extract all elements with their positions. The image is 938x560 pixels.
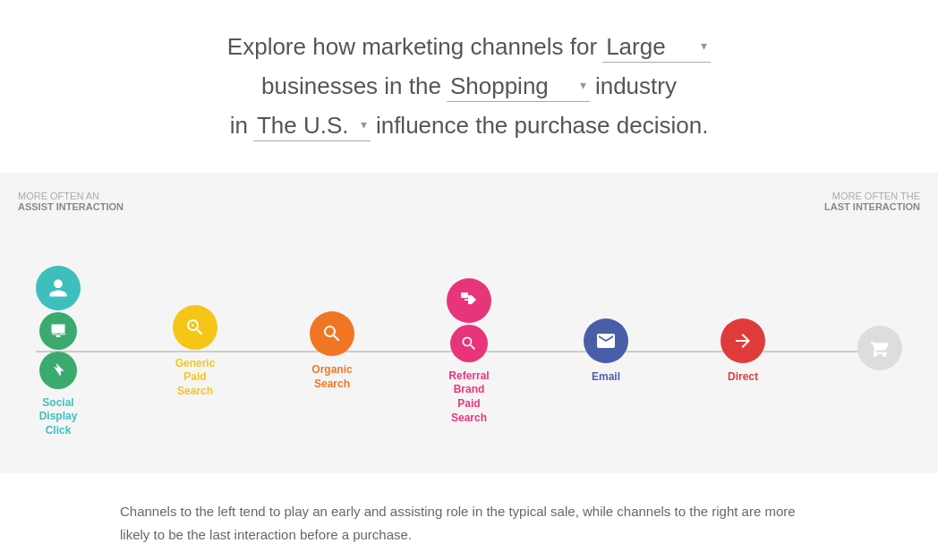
- brand-paid-circle: [450, 325, 488, 362]
- axis-labels: MORE OFTEN AN ASSIST INTERACTION MORE OF…: [18, 191, 920, 212]
- header-prefix-1: Explore how marketing channels for: [227, 27, 597, 66]
- organic-search-label: OrganicSearch: [311, 363, 352, 391]
- display-circle: [39, 312, 77, 350]
- header-prefix-3: in: [230, 106, 248, 145]
- header-suffix-2: industry: [595, 66, 677, 106]
- generic-paid-label: GenericPaidSearch: [175, 357, 216, 399]
- direct-icons: [721, 318, 765, 363]
- search-icon-generic: [184, 317, 206, 338]
- right-axis-main: MORE OFTEN THE: [824, 191, 920, 201]
- channel-referral: ReferralBrandPaidSearch: [447, 278, 491, 425]
- industry-select[interactable]: Shopping Retail Finance Technology Trave…: [447, 71, 590, 102]
- channel-cart: [857, 326, 902, 378]
- email-icons: [584, 318, 628, 363]
- industry-dropdown[interactable]: Shopping Retail Finance Technology Trave…: [447, 71, 590, 102]
- size-dropdown[interactable]: Large Medium Small ▾: [602, 31, 711, 63]
- chart-section: MORE OFTEN AN ASSIST INTERACTION MORE OF…: [0, 173, 938, 474]
- size-select[interactable]: Large Medium Small: [602, 31, 711, 63]
- social-icons: [36, 266, 81, 389]
- left-axis-sub: ASSIST INTERACTION: [18, 201, 124, 212]
- brand-paid-icon: [460, 335, 478, 352]
- region-dropdown[interactable]: The U.S. Europe Asia Global ▾: [253, 110, 371, 141]
- search-icon-organic: [321, 323, 343, 344]
- header-section: Explore how marketing channels for Large…: [0, 0, 938, 164]
- description-text: Channels to the left tend to play an ear…: [120, 500, 818, 546]
- left-axis-main: MORE OFTEN AN: [18, 191, 124, 201]
- region-select[interactable]: The U.S. Europe Asia Global: [253, 110, 371, 141]
- click-icon: [49, 361, 67, 379]
- organic-search-icons: [310, 311, 354, 356]
- referral-icons: [447, 278, 491, 362]
- direct-circle: [721, 318, 765, 363]
- referral-label: ReferralBrandPaidSearch: [448, 369, 489, 425]
- cart-circle: [857, 326, 902, 370]
- organic-search-circle: [310, 311, 354, 356]
- right-axis-label: MORE OFTEN THE LAST INTERACTION: [824, 191, 920, 212]
- generic-paid-icons: [173, 305, 217, 350]
- social-label: SocialDisplayClick: [39, 396, 78, 438]
- referral-icon: [458, 290, 480, 311]
- cart-icon: [869, 337, 891, 359]
- direct-arrow-icon: [732, 330, 754, 352]
- channel-direct: Direct: [721, 318, 765, 385]
- referral-circle: [447, 278, 491, 323]
- display-icon: [49, 322, 67, 340]
- channel-email: Email: [584, 318, 628, 385]
- header-suffix-3: influence the purchase decision.: [376, 106, 708, 145]
- description-section: Channels to the left tend to play an ear…: [84, 473, 854, 555]
- cart-icons: [857, 326, 902, 370]
- channel-social: SocialDisplayClick: [36, 266, 81, 438]
- social-circle: [36, 266, 81, 310]
- generic-paid-circle: [173, 305, 217, 350]
- click-circle: [39, 352, 77, 389]
- channel-generic-paid: GenericPaidSearch: [173, 305, 217, 399]
- header-prefix-2: businesses in the: [261, 66, 441, 106]
- email-circle: [584, 318, 628, 363]
- email-icon: [595, 330, 617, 352]
- footer-note: Large businesses > 10K ecommerce transac…: [84, 555, 854, 560]
- direct-label: Direct: [728, 370, 758, 385]
- channel-organic-search: OrganicSearch: [310, 311, 354, 391]
- person-icon: [47, 277, 69, 299]
- left-axis-label: MORE OFTEN AN ASSIST INTERACTION: [18, 191, 124, 212]
- svg-rect-0: [461, 293, 468, 298]
- right-axis-sub: LAST INTERACTION: [824, 201, 920, 212]
- timeline: SocialDisplayClick GenericPaidSearch: [18, 266, 920, 438]
- email-label: Email: [592, 370, 620, 385]
